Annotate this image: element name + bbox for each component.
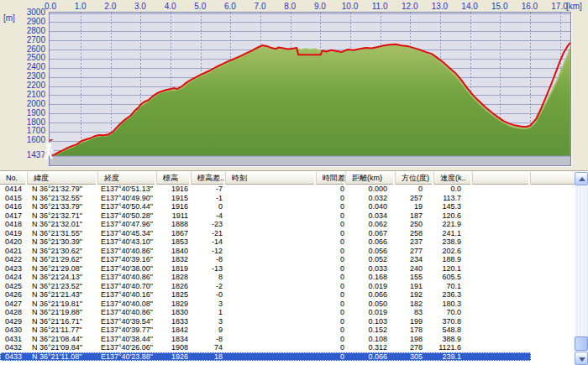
- table-row[interactable]: 0419N 36°21'31.55"E137°40'45.34"1867-210…: [0, 229, 575, 238]
- cell-lon: E137°40'39.16": [98, 255, 157, 264]
- cell-elevdiff: -0: [192, 290, 226, 300]
- cell-lon: E137°40'50.44": [98, 202, 157, 211]
- cell-blank: [473, 264, 531, 274]
- scrollbar-thumb[interactable]: [575, 336, 588, 351]
- cell-time: [226, 290, 317, 300]
- cell-no: 0424: [0, 273, 28, 282]
- cell-blank: [473, 317, 531, 326]
- y-tick-label: 2200: [15, 81, 45, 90]
- cell-timediff: 0: [317, 202, 346, 211]
- column-header-time[interactable]: 時刻: [226, 172, 317, 185]
- cell-speed: 1121.6: [434, 343, 473, 352]
- cell-timediff: 0: [317, 237, 346, 247]
- elevation-plot-area[interactable]: [49, 12, 571, 166]
- cell-bearing: 240: [396, 264, 434, 274]
- column-header-timediff[interactable]: 時間差..: [317, 172, 346, 185]
- cell-no: 0425: [0, 282, 28, 291]
- track-point-table: No.緯度経度標高標高差..時刻時間差..距離(km)方位(度)速度(k.. 0…: [0, 172, 588, 365]
- cell-elev: 1832: [157, 255, 192, 264]
- cell-blank: [473, 300, 531, 309]
- cell-speed: 241.1: [434, 229, 473, 238]
- table-row[interactable]: 0415N 36°21'32.55"E137°40'49.90"1915-100…: [0, 194, 575, 203]
- cell-elev: 1830: [157, 308, 192, 317]
- table-row[interactable]: 0426N 36°21'21.43"E137°40'40.16"1825-000…: [0, 290, 575, 300]
- cell-time: [226, 300, 317, 309]
- column-header-elev[interactable]: 標高: [157, 172, 192, 185]
- x-tick-label: 11.0: [372, 2, 388, 11]
- cell-blank: [473, 185, 531, 194]
- cell-bearing: 237: [396, 237, 434, 247]
- cell-speed: 202.6: [434, 247, 473, 256]
- cell-time: [226, 255, 317, 264]
- table-row[interactable]: 0418N 36°21'32.01"E137°40'47.96"1888-230…: [0, 220, 575, 229]
- cell-lon: E137°40'23.88": [98, 352, 157, 362]
- cell-blank: [473, 282, 531, 291]
- column-header-blank[interactable]: [473, 172, 531, 185]
- cell-elev: 1834: [157, 335, 192, 344]
- cell-lon: E137°40'50.28": [98, 211, 157, 221]
- cell-dist: 0.050: [346, 300, 396, 309]
- elevation-chart: [50, 13, 570, 165]
- cell-lat: N 36°21'11.77": [28, 326, 98, 335]
- cell-lat: N 36°21'33.79": [28, 202, 98, 211]
- table-row[interactable]: 0429N 36°21'16.71"E137°40'39.54"1833300.…: [0, 317, 575, 326]
- cell-dist: 0.033: [346, 264, 396, 274]
- cell-dist: 0.108: [346, 335, 396, 344]
- table-row[interactable]: 0425N 36°21'23.52"E137°40'40.70"1826-200…: [0, 282, 575, 291]
- column-header-no[interactable]: No.: [0, 172, 28, 185]
- table-row[interactable]: 0430N 36°21'11.77"E137°40'39.77"1842900.…: [0, 326, 575, 335]
- scrollbar-track[interactable]: [575, 185, 588, 352]
- cell-blank: [473, 220, 531, 229]
- scroll-down-button[interactable]: [575, 352, 588, 365]
- cell-elevdiff: -14: [192, 237, 226, 247]
- cell-elev: 1908: [157, 343, 192, 352]
- table-row-selected[interactable]: 0433N 36°21'11.08"E137°40'23.88"19261800…: [0, 352, 575, 362]
- table-row[interactable]: 0424N 36°21'24.13"E137°40'40.86"1828800.…: [0, 273, 575, 282]
- cell-lat: N 36°21'32.71": [28, 211, 98, 221]
- table-row[interactable]: 0416N 36°21'33.79"E137°40'50.44"1916000.…: [0, 202, 575, 211]
- cell-speed: 120.6: [434, 211, 473, 221]
- vertical-scrollbar[interactable]: [575, 172, 588, 365]
- cell-timediff: 0: [317, 308, 346, 317]
- column-header-dist[interactable]: 距離(km): [346, 172, 396, 185]
- y-tick-label: 2900: [15, 17, 45, 26]
- cell-no: 0417: [0, 211, 28, 221]
- cell-elev: 1828: [157, 273, 192, 282]
- table-row[interactable]: 0432N 36°21'09.84"E137°40'26.06"19087400…: [0, 343, 575, 352]
- table-row[interactable]: 0421N 36°21'30.62"E137°40'40.86"1840-120…: [0, 247, 575, 256]
- table-row[interactable]: 0422N 36°21'29.62"E137°40'39.16"1832-800…: [0, 255, 575, 264]
- table-row[interactable]: 0420N 36°21'30.39"E137°40'43.10"1853-140…: [0, 237, 575, 247]
- column-header-lat[interactable]: 緯度: [28, 172, 98, 185]
- cell-speed: 120.1: [434, 264, 473, 274]
- cell-elev: 1915: [157, 194, 192, 203]
- cell-timediff: 0: [317, 273, 346, 282]
- table-row[interactable]: 0417N 36°21'32.71"E137°40'50.28"1911-400…: [0, 211, 575, 221]
- hiker-start-icon: [42, 139, 57, 161]
- table-row[interactable]: 0423N 36°21'29.08"E137°40'38.00"1819-130…: [0, 264, 575, 274]
- table-row[interactable]: 0427N 36°21'19.81"E137°40'40.08"1829300.…: [0, 300, 575, 309]
- cell-elev: 1833: [157, 317, 192, 326]
- column-header-speed[interactable]: 速度(k..: [434, 172, 473, 185]
- cell-time: [226, 220, 317, 229]
- cell-no: 0423: [0, 264, 28, 274]
- column-header-bearing[interactable]: 方位(度): [396, 172, 434, 185]
- cell-elevdiff: -23: [192, 220, 226, 229]
- column-header-elevdiff[interactable]: 標高差..: [192, 172, 226, 185]
- cell-elevdiff: -8: [192, 335, 226, 344]
- table-row[interactable]: 0428N 36°21'19.88"E137°40'40.86"1830100.…: [0, 308, 575, 317]
- cell-elevdiff: -4: [192, 211, 226, 221]
- table-row[interactable]: 0431N 36°21'08.44"E137°40'38.44"1834-800…: [0, 335, 575, 344]
- cell-lat: N 36°21'23.52": [28, 282, 98, 291]
- scroll-up-button[interactable]: [575, 172, 588, 185]
- cell-dist: 0.152: [346, 326, 396, 335]
- cell-blank: [473, 308, 531, 317]
- cell-elevdiff: 3: [192, 300, 226, 309]
- x-tick-label: 16.0: [522, 2, 538, 11]
- table-row[interactable]: 0414N 36°21'32.79"E137°40'51.13"1916-700…: [0, 185, 575, 194]
- column-header-lon[interactable]: 経度: [98, 172, 157, 185]
- cell-lat: N 36°21'21.43": [28, 290, 98, 300]
- cell-dist: 0.066: [346, 290, 396, 300]
- cell-timediff: 0: [317, 220, 346, 229]
- cell-dist: 0.000: [346, 185, 396, 194]
- cell-lon: E137°40'49.90": [98, 194, 157, 203]
